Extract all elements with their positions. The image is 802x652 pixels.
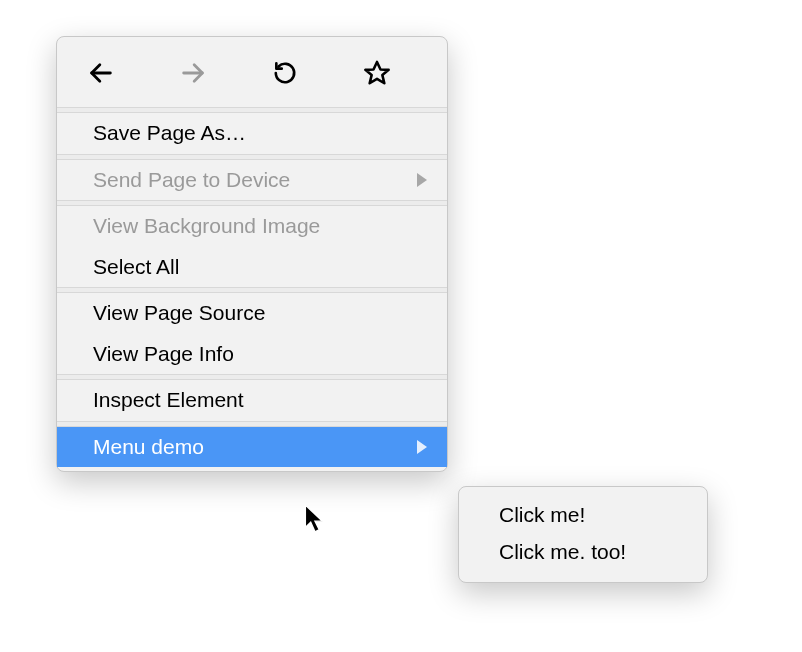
reload-icon[interactable] [269,57,301,89]
svg-marker-3 [305,505,322,532]
menu-item-select-all[interactable]: Select All [57,247,447,288]
menu-item-view-page-source[interactable]: View Page Source [57,293,447,334]
star-icon[interactable] [361,57,393,89]
menu-item-label: Inspect Element [93,384,244,417]
context-menu: Save Page As… Send Page to Device View B… [56,36,448,472]
menu-item-label: View Page Info [93,338,234,371]
menu-item-label: Select All [93,251,179,284]
submenu-item-click-me[interactable]: Click me! [459,497,707,534]
chevron-right-icon [417,440,427,454]
forward-icon[interactable] [177,57,209,89]
navigation-icon-row [57,43,447,107]
menu-item-view-background-image[interactable]: View Background Image [57,206,447,247]
chevron-right-icon [417,173,427,187]
menu-item-label: Save Page As… [93,117,246,150]
svg-marker-2 [365,62,388,83]
menu-item-label: Menu demo [93,431,204,464]
cursor-icon [304,504,326,534]
menu-item-menu-demo[interactable]: Menu demo [57,427,447,468]
menu-item-inspect-element[interactable]: Inspect Element [57,380,447,421]
submenu-item-label: Click me! [499,503,585,526]
menu-item-view-page-info[interactable]: View Page Info [57,334,447,375]
submenu: Click me! Click me. too! [458,486,708,583]
menu-item-save-page-as[interactable]: Save Page As… [57,113,447,154]
menu-item-label: View Background Image [93,210,320,243]
submenu-item-label: Click me. too! [499,540,626,563]
menu-item-send-page-to-device[interactable]: Send Page to Device [57,160,447,201]
menu-item-label: Send Page to Device [93,164,290,197]
menu-item-label: View Page Source [93,297,265,330]
back-icon[interactable] [85,57,117,89]
submenu-item-click-me-too[interactable]: Click me. too! [459,534,707,571]
